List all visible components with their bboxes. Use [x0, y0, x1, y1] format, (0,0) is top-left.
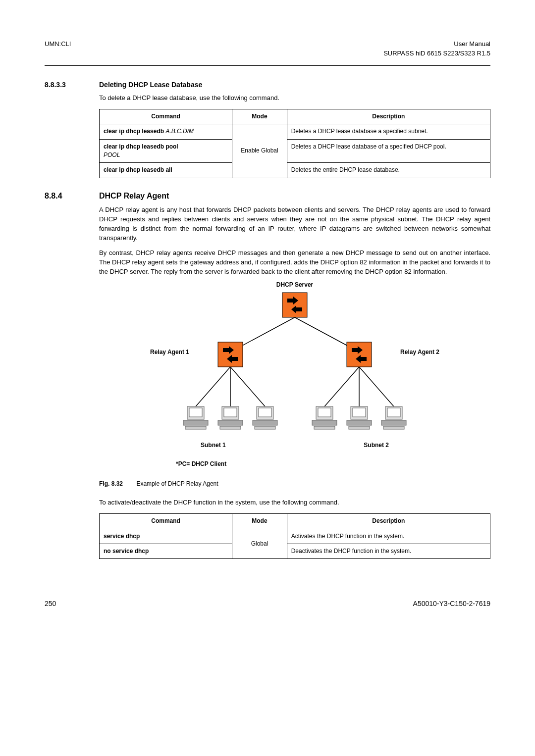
- router-icon: [218, 342, 243, 367]
- section2-p1: A DHCP relay agent is any host that forw…: [99, 205, 490, 243]
- svg-line-7: [359, 367, 394, 406]
- cell-cmd-arg: A.B.C.D/M: [165, 128, 194, 135]
- table-row: service dhcp Global Activates the DHCP f…: [100, 529, 490, 544]
- header-left: UMN:CLI: [45, 40, 71, 58]
- pc-icon: [253, 406, 277, 429]
- router-icon: [347, 342, 372, 367]
- svg-rect-13: [183, 420, 208, 425]
- diagram-label-subnet2: Subnet 2: [364, 441, 389, 450]
- svg-rect-12: [189, 408, 202, 417]
- header-right-line1: User Manual: [383, 40, 490, 49]
- table2-header-command: Command: [100, 514, 232, 529]
- figure-caption: Fig. 8.32 Example of DHCP Relay Agent: [99, 480, 490, 488]
- table-row: clear ip dhcp leasedb poolPOOL Deletes a…: [100, 139, 490, 163]
- diagram-label-relay1: Relay Agent 1: [150, 348, 189, 356]
- svg-rect-21: [253, 420, 277, 425]
- svg-rect-22: [255, 426, 275, 429]
- diagram-label-dhcp-server: DHCP Server: [276, 281, 313, 289]
- pc-icon: [312, 406, 337, 429]
- cell-desc: Deactivates the DHCP function in the sys…: [287, 544, 490, 558]
- table2-header-mode: Mode: [232, 514, 287, 529]
- svg-rect-16: [224, 408, 237, 417]
- pc-icon: [381, 406, 406, 429]
- diagram-label-subnet1: Subnet 1: [201, 441, 226, 450]
- network-diagram-svg: [136, 283, 453, 471]
- svg-rect-20: [259, 408, 271, 417]
- svg-rect-33: [381, 420, 406, 425]
- header-divider: [45, 65, 490, 66]
- svg-rect-28: [353, 408, 366, 417]
- svg-rect-10: [347, 342, 372, 367]
- relay-diagram: DHCP Server Relay Agent 1 Relay Agent 2 …: [136, 283, 453, 471]
- section-title: DHCP Relay Agent: [99, 190, 169, 202]
- table-row: clear ip dhcp leasedb A.B.C.D/M Enable G…: [100, 124, 490, 139]
- table1-header-mode: Mode: [232, 109, 287, 124]
- header-right-line2: SURPASS hiD 6615 S223/S323 R1.5: [383, 49, 490, 58]
- section-8-8-3-3-heading: 8.8.3.3 Deleting DHCP Lease Database: [45, 80, 490, 90]
- svg-line-4: [230, 367, 265, 406]
- section-number: 8.8.4: [45, 190, 99, 202]
- footer-page-number: 250: [45, 599, 56, 608]
- cell-cmd: service dhcp: [104, 533, 140, 540]
- svg-rect-29: [347, 420, 372, 425]
- svg-rect-32: [387, 408, 400, 417]
- pc-icon: [218, 406, 243, 429]
- cell-desc: Deletes the entire DHCP lease database.: [287, 163, 490, 178]
- svg-rect-14: [185, 426, 206, 429]
- cell-desc: Activates the DHCP function in the syste…: [287, 529, 490, 544]
- svg-rect-34: [383, 426, 404, 429]
- table-service-dhcp: Command Mode Description service dhcp Gl…: [99, 513, 490, 559]
- svg-rect-8: [282, 293, 307, 317]
- svg-rect-30: [349, 426, 370, 429]
- cell-mode: Enable Global: [232, 124, 287, 178]
- svg-rect-24: [318, 408, 331, 417]
- header-right: User Manual SURPASS hiD 6615 S223/S323 R…: [383, 40, 490, 58]
- footer-doc-number: A50010-Y3-C150-2-7619: [413, 599, 490, 608]
- cell-desc: Deletes a DHCP lease database a specifie…: [287, 124, 490, 139]
- section-title: Deleting DHCP Lease Database: [99, 80, 202, 90]
- table1-header-description: Description: [287, 109, 490, 124]
- table-delete-lease: Command Mode Description clear ip dhcp l…: [99, 109, 490, 178]
- svg-line-2: [196, 367, 230, 406]
- table-row: clear ip dhcp leasedb all Deletes the en…: [100, 163, 490, 178]
- page-header: UMN:CLI User Manual SURPASS hiD 6615 S22…: [45, 40, 490, 58]
- svg-line-5: [324, 367, 359, 406]
- cell-mode: Global: [232, 529, 287, 559]
- figure-caption-text: Example of DHCP Relay Agent: [136, 480, 218, 487]
- cell-cmd: no service dhcp: [104, 548, 149, 554]
- cell-cmd: clear ip dhcp leasedb: [104, 128, 165, 135]
- page-footer: 250 A50010-Y3-C150-2-7619: [45, 599, 490, 608]
- svg-rect-25: [312, 420, 337, 425]
- pc-icon: [347, 406, 372, 429]
- table-row: no service dhcp Deactivates the DHCP fun…: [100, 544, 490, 558]
- section-number: 8.8.3.3: [45, 80, 99, 90]
- cell-desc: Deletes a DHCP lease database of a speci…: [287, 139, 490, 163]
- diagram-label-relay2: Relay Agent 2: [400, 348, 439, 356]
- svg-rect-9: [218, 342, 243, 367]
- diagram-label-note: *PC= DHCP Client: [176, 460, 226, 468]
- pc-icon: [183, 406, 208, 429]
- table1-header-command: Command: [100, 109, 232, 124]
- router-icon: [282, 293, 307, 317]
- figure-number: Fig. 8.32: [99, 480, 123, 487]
- section2-p2: By contrast, DHCP relay agents receive D…: [99, 249, 490, 277]
- cell-cmd-arg: POOL: [104, 151, 120, 158]
- section1-intro: To delete a DHCP lease database, use the…: [99, 94, 490, 103]
- svg-rect-26: [314, 426, 335, 429]
- cell-cmd: clear ip dhcp leasedb pool: [104, 143, 178, 150]
- table2-header-description: Description: [287, 514, 490, 529]
- table2-intro: To activate/deactivate the DHCP function…: [99, 498, 490, 507]
- svg-rect-18: [220, 426, 241, 429]
- section-8-8-4-heading: 8.8.4 DHCP Relay Agent: [45, 190, 490, 202]
- cell-cmd: clear ip dhcp leasedb all: [104, 166, 172, 173]
- svg-rect-17: [218, 420, 243, 425]
